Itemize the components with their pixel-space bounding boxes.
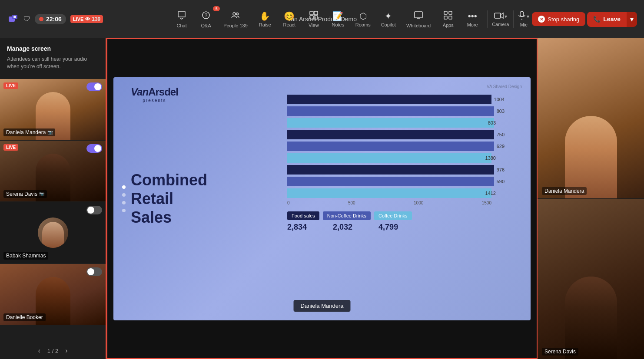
live-count: 139 [92, 16, 100, 22]
serena-name: Serena Davis 📷 [3, 190, 47, 198]
notes-icon: 📝 [332, 11, 343, 21]
slide-dot-1[interactable] [122, 185, 126, 189]
qa-icon: ? [201, 10, 211, 22]
nav-chat[interactable]: Chat [170, 8, 193, 31]
chart-axis: 0 500 1000 1500 [287, 198, 505, 205]
leave-group: 📞 Leave ▾ [587, 12, 637, 27]
nav-view[interactable]: View [302, 8, 325, 30]
nav-apps[interactable]: Apps [437, 8, 459, 30]
bar-row-1: 1004 [287, 95, 505, 104]
svg-point-2 [13, 16, 16, 18]
bar-fill-7 [287, 165, 494, 175]
rooms-label: Rooms [355, 22, 371, 27]
separator2 [513, 10, 514, 28]
participant-list: LIVE Daniela Mandera 📷 LIVE Serena Davis… [0, 79, 106, 343]
whiteboard-icon [414, 10, 423, 22]
bar-val-9: 1412 [485, 191, 496, 196]
apps-label: Apps [443, 23, 454, 28]
camera-chevron-icon[interactable]: ▾ [505, 13, 507, 20]
manage-desc: Attendees can still hear your audio when… [7, 56, 99, 70]
svg-rect-8 [314, 11, 318, 15]
nav-raise[interactable]: ✋ Raise [254, 8, 276, 30]
axis-0: 0 [287, 201, 290, 205]
chat-icon [177, 10, 186, 22]
pagination: ‹ 1 / 2 › [0, 343, 106, 359]
nav-rooms[interactable]: ⬡ Rooms [351, 8, 375, 30]
axis-1000: 1000 [414, 201, 423, 205]
svg-rect-9 [310, 16, 313, 19]
shield-icon: 🛡 [23, 15, 30, 23]
left-sidebar: Manage screen Attendees can still hear y… [0, 38, 106, 359]
top-bar-nav: Chat ? 5 Q&A People 139 ✋ Raise 😊 React [170, 8, 637, 31]
copilot-label: Copilot [381, 22, 396, 27]
right-daniela-photo [538, 38, 644, 198]
bar-row-8: 590 [287, 177, 505, 186]
daniela-toggle[interactable] [86, 82, 102, 91]
timer: 22:06 [46, 16, 62, 23]
nav-react[interactable]: 😊 React [278, 8, 301, 30]
mic-control[interactable]: ▾ Mic [517, 9, 530, 29]
qa-label: Q&A [201, 23, 211, 28]
bar-val-1: 1004 [494, 97, 505, 102]
page-indicator: 1 / 2 [47, 348, 58, 354]
rooms-icon: ⬡ [359, 11, 367, 21]
camera-icon [494, 11, 504, 22]
bar-fill-9 [287, 188, 491, 198]
bar-val-6: 1380 [485, 155, 496, 161]
slide-container: VanArsdel presents VA Shared Design Comb… [113, 77, 531, 320]
nav-people[interactable]: People 139 [219, 8, 252, 31]
booker-toggle[interactable] [86, 267, 102, 276]
manage-title: Manage screen [7, 45, 99, 52]
chart-bars: 1004 803 803 750 [287, 95, 505, 198]
booker-name: Danielle Booker [3, 313, 46, 321]
svg-rect-10 [314, 16, 318, 19]
stop-sharing-button[interactable]: ✕ Stop sharing [532, 12, 585, 26]
participant-thumb-daniela: LIVE Daniela Mandera 📷 [0, 79, 106, 140]
camera-control[interactable]: ▾ Camera [491, 10, 510, 29]
prev-page-button[interactable]: ‹ [38, 347, 40, 355]
legend-coffee: Coffee Drinks [374, 211, 412, 220]
chart-area: 1004 803 803 750 [287, 95, 505, 277]
svg-rect-15 [449, 16, 452, 19]
view-icon [309, 11, 318, 22]
bar-row-7: 976 [287, 165, 505, 175]
leave-button[interactable]: 📞 Leave [587, 12, 627, 27]
bar-row-5: 629 [287, 142, 505, 151]
svg-rect-13 [449, 11, 452, 14]
screen-share-area: VanArsdel presents VA Shared Design Comb… [106, 38, 538, 359]
nav-more[interactable]: ••• More [461, 9, 484, 30]
people-label: People 139 [223, 23, 248, 28]
babak-toggle[interactable] [86, 206, 102, 214]
bar-val-4: 750 [497, 132, 505, 137]
participant-thumb-babak: Babak Shammas [0, 202, 106, 263]
slide-dot-3[interactable] [122, 201, 126, 204]
whiteboard-label: Whiteboard [406, 23, 431, 28]
serena-toggle[interactable] [86, 144, 102, 153]
bar-val-5: 629 [497, 144, 505, 149]
nav-qa[interactable]: ? 5 Q&A [195, 8, 217, 31]
right-thumb-daniela: Daniela Mandera [538, 38, 644, 198]
chat-label: Chat [177, 23, 187, 28]
svg-point-5 [233, 13, 236, 15]
slide-dot-4[interactable] [122, 209, 126, 212]
react-label: React [283, 22, 295, 27]
next-page-button[interactable]: › [65, 347, 67, 355]
slide-logo: VanArsdel presents [131, 86, 178, 103]
svg-rect-11 [415, 12, 422, 18]
slide-dot-2[interactable] [122, 193, 126, 197]
bar-val-8: 590 [497, 179, 505, 184]
more-label: More [467, 22, 478, 27]
leave-chevron[interactable]: ▾ [627, 12, 637, 27]
main-area: Manage screen Attendees can still hear y… [0, 38, 644, 359]
mic-chevron-icon[interactable]: ▾ [527, 13, 529, 20]
nav-notes[interactable]: 📝 Notes [327, 8, 349, 30]
mic-label: Mic [520, 22, 528, 27]
phone-icon: 📞 [593, 16, 601, 23]
live-badge: LIVE 👁 139 [70, 15, 103, 23]
top-bar: 🛡 22:06 LIVE 👁 139 Van Arsdel Product De… [0, 0, 644, 38]
daniela-name: Daniela Mandera 📷 [3, 128, 55, 136]
serena-live-badge: LIVE [3, 144, 18, 151]
nav-whiteboard[interactable]: Whiteboard [402, 8, 435, 31]
nav-copilot[interactable]: ✦ Copilot [377, 8, 400, 30]
stop-sharing-x-icon: ✕ [538, 16, 545, 23]
